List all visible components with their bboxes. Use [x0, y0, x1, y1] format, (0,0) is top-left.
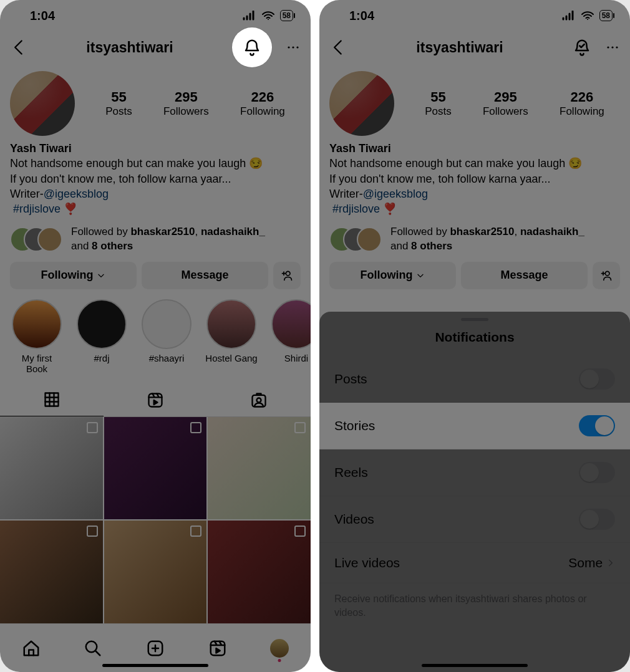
- carousel-icon: [190, 422, 201, 433]
- toggle-stories[interactable]: [579, 415, 615, 436]
- post-thumbnail[interactable]: [208, 417, 311, 520]
- wifi-icon: [581, 11, 594, 21]
- highlight-item[interactable]: Hostel Gang: [205, 299, 258, 374]
- post-thumbnail[interactable]: [208, 521, 311, 623]
- svg-point-8: [257, 398, 261, 402]
- avatar[interactable]: [329, 71, 394, 136]
- sheet-handle[interactable]: [461, 318, 488, 321]
- highlight-item[interactable]: My first Book: [10, 299, 64, 374]
- display-name: Yash Tiwari: [10, 141, 301, 156]
- wifi-icon: [261, 11, 275, 21]
- profile-header: itsyashtiwari: [0, 31, 311, 64]
- suggest-user-button[interactable]: [593, 262, 620, 289]
- username-title: itsyashtiwari: [27, 39, 232, 56]
- home-indicator: [102, 664, 208, 667]
- battery-icon: 58: [599, 10, 613, 21]
- back-icon[interactable]: [10, 39, 27, 56]
- toggle-videos[interactable]: [579, 509, 615, 530]
- message-button[interactable]: Message: [461, 262, 588, 289]
- profile-nav-avatar[interactable]: [270, 639, 289, 658]
- following-button[interactable]: Following: [10, 262, 137, 289]
- highlight-item[interactable]: Shirdi: [269, 299, 311, 374]
- highlight-item[interactable]: #shaayri: [140, 299, 193, 374]
- avatar[interactable]: [10, 71, 75, 136]
- chevron-down-icon: [416, 271, 425, 280]
- status-time: 1:04: [349, 9, 374, 23]
- stat-posts[interactable]: 55Posts: [425, 89, 452, 118]
- bio-mention[interactable]: @igeeksblog: [44, 188, 109, 200]
- posts-grid: [0, 417, 311, 623]
- signal-icon: [243, 11, 256, 21]
- toggle-posts[interactable]: [579, 368, 615, 390]
- followed-by[interactable]: Followed by bhaskar2510, nadashaikh_ and…: [0, 216, 311, 252]
- svg-point-14: [611, 46, 613, 48]
- row-reels[interactable]: Reels: [319, 449, 630, 496]
- suggest-user-button[interactable]: [273, 262, 301, 289]
- chevron-down-icon: [97, 271, 105, 280]
- svg-rect-11: [210, 641, 225, 655]
- tab-tagged[interactable]: [207, 384, 311, 416]
- profile-stats-row: 55 Posts 295 Followers 226 Following: [0, 64, 311, 136]
- bio-line-3: Writer-@igeeksblog: [10, 186, 301, 201]
- stat-posts[interactable]: 55 Posts: [105, 89, 132, 118]
- svg-point-3: [296, 46, 298, 48]
- stat-followers[interactable]: 295Followers: [483, 89, 528, 118]
- tab-grid[interactable]: [0, 384, 104, 416]
- bio-line-4: #rdjislove ❣️: [10, 201, 301, 216]
- action-buttons: Following Message: [319, 253, 630, 289]
- notifications-sheet: Notifications Posts Stories Reels Videos…: [319, 312, 630, 672]
- stat-followers[interactable]: 295 Followers: [163, 89, 209, 118]
- add-person-icon: [281, 269, 293, 282]
- carousel-icon: [294, 526, 306, 537]
- profile-stats-row: 55Posts 295Followers 226Following: [319, 64, 630, 136]
- bell-check-icon[interactable]: [573, 38, 591, 57]
- stat-following[interactable]: 226Following: [560, 89, 604, 118]
- tab-reels[interactable]: [104, 384, 207, 416]
- notification-bell-highlight[interactable]: [232, 27, 272, 67]
- row-posts[interactable]: Posts: [319, 356, 630, 403]
- followed-by[interactable]: Followed by bhaskar2510, nadashaikh_ and…: [319, 216, 630, 252]
- reels-icon: [147, 391, 164, 409]
- bio-mention[interactable]: @igeeksblog: [363, 188, 428, 200]
- svg-rect-5: [46, 393, 59, 406]
- status-icons: 58: [562, 10, 613, 21]
- home-icon[interactable]: [22, 639, 41, 658]
- row-stories[interactable]: Stories: [319, 403, 630, 449]
- svg-point-1: [288, 46, 289, 48]
- status-bar: 1:04 58: [319, 0, 630, 31]
- post-thumbnail[interactable]: [0, 417, 103, 520]
- status-bar: 1:04 58: [0, 0, 311, 31]
- bio-hashtag[interactable]: #rdjislove: [13, 203, 61, 215]
- row-live-videos[interactable]: Live videos Some: [319, 543, 630, 583]
- story-highlights: My first Book #rdj #shaayri Hostel Gang …: [0, 289, 311, 374]
- battery-icon: 58: [280, 10, 293, 21]
- bottom-nav: [0, 623, 311, 672]
- more-icon[interactable]: [286, 40, 301, 55]
- more-icon[interactable]: [605, 40, 620, 55]
- bio: Yash Tiwari Not handsome enough but can …: [319, 136, 630, 216]
- bio-hashtag[interactable]: #rdjislove: [332, 203, 380, 215]
- row-videos[interactable]: Videos: [319, 496, 630, 543]
- svg-point-2: [292, 46, 294, 48]
- chevron-right-icon: [606, 559, 615, 567]
- reels-nav-icon[interactable]: [208, 639, 227, 658]
- post-thumbnail[interactable]: [0, 521, 103, 623]
- search-icon[interactable]: [84, 639, 102, 658]
- back-icon[interactable]: [329, 39, 347, 56]
- profile-tabs: [0, 384, 311, 417]
- stat-following[interactable]: 226 Following: [240, 89, 285, 118]
- create-icon[interactable]: [146, 639, 165, 658]
- carousel-icon: [190, 526, 201, 537]
- message-button[interactable]: Message: [142, 262, 268, 289]
- status-icons: 58: [243, 10, 293, 21]
- bell-icon[interactable]: [243, 38, 261, 57]
- highlight-item[interactable]: #rdj: [75, 299, 128, 374]
- toggle-reels[interactable]: [579, 462, 615, 483]
- left-screenshot: 1:04 58 itsyashtiwari 55: [0, 0, 311, 672]
- sheet-footnote: Receive notifications when itsyashtiwari…: [319, 583, 630, 628]
- following-button[interactable]: Following: [329, 262, 456, 289]
- post-thumbnail[interactable]: [104, 521, 207, 623]
- post-thumbnail[interactable]: [104, 417, 207, 520]
- svg-rect-6: [149, 393, 162, 406]
- signal-icon: [562, 11, 576, 21]
